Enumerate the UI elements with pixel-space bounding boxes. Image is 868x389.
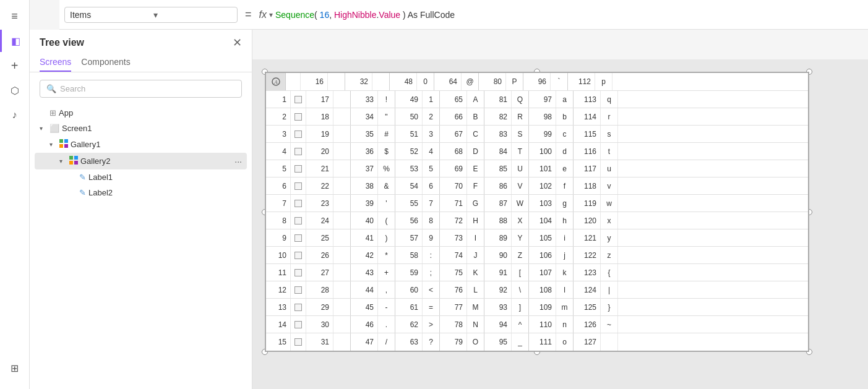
content-area: A163248064@80P96`112p11733!49165A81Q97a1… (252, 59, 868, 389)
svg-rect-1 (64, 139, 68, 143)
chevron-down-gallery1: ▾ (49, 141, 57, 148)
layers-icon[interactable]: ◧ (0, 30, 29, 52)
table-row: 31935#51367C83S99c115s (266, 126, 808, 143)
table-row: 21834"50266B82R98b114r (266, 108, 808, 126)
tree-item-label1[interactable]: ✎ Label1 (35, 169, 247, 185)
svg-rect-2 (59, 144, 63, 148)
formula-bar[interactable]: fx ▾ Sequence( 16, HighNibble.Value ) As… (259, 9, 863, 20)
search-input[interactable] (60, 84, 235, 93)
formula-prop2: Value (379, 10, 400, 20)
gallery1-icon (59, 139, 68, 150)
tree-item-screen1[interactable]: ▾ ⬜ Screen1 (35, 121, 247, 136)
tree-item-label2[interactable]: ✎ Label2 (35, 185, 247, 200)
gallery1-label: Gallery1 (71, 140, 242, 149)
chevron-down-icon-formula: ▾ (269, 11, 273, 19)
tree-tabs: Screens Components (30, 48, 252, 72)
tree-title: Tree view (40, 37, 84, 48)
icon-sidebar: ≡ ◧ + ⬡ ♪ ⊞ (0, 0, 30, 389)
screen-icon: ⬜ (49, 124, 59, 133)
shapes-icon[interactable]: ⬡ (4, 79, 26, 101)
table-row: A163248064@80P96`112p (266, 73, 808, 91)
table-row: 42036$52468D84T100d116t (266, 143, 808, 160)
formula-fn: Sequence (275, 10, 314, 20)
svg-text:A: A (273, 79, 278, 85)
top-bar: Items ▾ = fx ▾ Sequence( 16, HighNibble.… (59, 0, 868, 30)
items-dropdown[interactable]: Items ▾ (64, 7, 238, 23)
svg-rect-4 (69, 156, 73, 160)
label1-label: Label1 (88, 173, 242, 182)
table-row: 62238&54670F86V102f118v (266, 177, 808, 195)
media-icon[interactable]: ♪ (4, 104, 26, 126)
tree-items: ⊞ App ▾ ⬜ Screen1 ▾ Gallery1 (30, 105, 252, 389)
svg-rect-6 (69, 161, 73, 165)
svg-rect-3 (64, 144, 68, 148)
label2-icon: ✎ (79, 188, 86, 197)
tools-icon[interactable]: ⊞ (4, 357, 26, 379)
formula-num: 16 (320, 10, 330, 20)
table-row: 132945-61=77M93]109m125} (266, 299, 808, 316)
gallery-nav-icon[interactable]: A (266, 73, 286, 90)
tree-item-gallery1[interactable]: ▾ Gallery1 (35, 136, 247, 153)
formula-text: Sequence( 16, HighNibble.Value ) As Full… (275, 10, 455, 20)
close-button[interactable]: ✕ (233, 37, 242, 48)
screen1-label: Screen1 (62, 124, 242, 133)
label2-label: Label2 (88, 188, 242, 197)
table-row: 102642*58:74J90Z106j122z (266, 247, 808, 264)
search-icon: 🔍 (46, 84, 56, 93)
app-icon: ⊞ (49, 108, 56, 118)
search-box: 🔍 (40, 80, 242, 98)
chevron-down-icon: ▾ (153, 10, 232, 20)
label1-icon: ✎ (79, 173, 86, 182)
tab-screens[interactable]: Screens (40, 53, 71, 72)
tree-header: Tree view ✕ (30, 30, 252, 48)
add-icon[interactable]: + (4, 54, 26, 77)
table-row: 153147/63?79O95_111o127 (266, 333, 808, 351)
chevron-down-gallery2: ▾ (59, 158, 67, 165)
app-label: App (59, 108, 242, 118)
table-row: 72339'55771G87W103g119w (266, 195, 808, 212)
tree-item-gallery2[interactable]: ▾ Gallery2 ··· (35, 153, 247, 169)
table-row: 143046.62>78N94^110n126~ (266, 316, 808, 333)
equals-sign: = (243, 8, 254, 21)
table-row: 92541)57973I89Y105i121y (266, 229, 808, 247)
table-row: 122844,60<76L92\108l124| (266, 281, 808, 299)
table-row: 82440(56872H88X104h120x (266, 212, 808, 229)
table-row: 11733!49165A81Q97a113q (266, 91, 808, 108)
dropdown-label: Items (70, 10, 148, 20)
table-row: 52137%53569E85U101e117u (266, 160, 808, 177)
formula-prop: HighNibble (334, 10, 376, 20)
main-wrapper: Items ▾ = fx ▾ Sequence( 16, HighNibble.… (30, 0, 868, 389)
gallery-table: A163248064@80P96`112p11733!49165A81Q97a1… (265, 72, 809, 352)
chevron-down: ▾ (40, 125, 47, 132)
gallery2-label: Gallery2 (80, 156, 232, 166)
hamburger-icon[interactable]: ≡ (4, 5, 26, 27)
svg-rect-7 (74, 161, 78, 165)
gallery-wrapper: A163248064@80P96`112p11733!49165A81Q97a1… (265, 72, 809, 352)
gallery2-icon (69, 156, 78, 166)
svg-rect-5 (74, 156, 78, 160)
fx-icon: fx (259, 9, 267, 20)
table-row: 112743+59;75K91[107k123{ (266, 264, 808, 281)
tree-item-app[interactable]: ⊞ App (35, 105, 247, 121)
more-button-gallery2[interactable]: ··· (234, 156, 242, 166)
svg-rect-0 (59, 139, 63, 143)
tab-components[interactable]: Components (81, 53, 130, 72)
tree-panel: Tree view ✕ Screens Components 🔍 ⊞ App (30, 30, 252, 389)
